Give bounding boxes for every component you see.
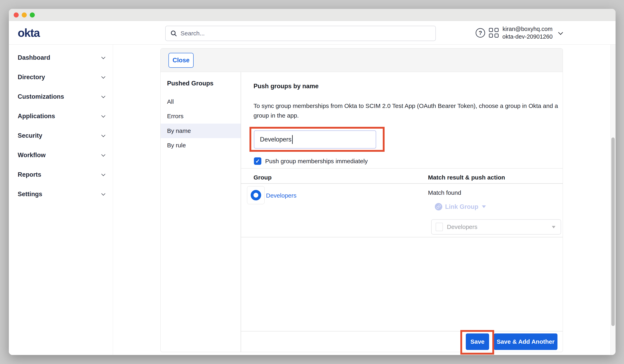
- footer-divider: [241, 331, 563, 332]
- sidebar-item-customizations[interactable]: Customizations: [9, 87, 113, 106]
- group-name-link[interactable]: Developers: [266, 192, 296, 200]
- link-icon: [435, 203, 442, 210]
- match-status: Match found: [428, 189, 461, 197]
- group-name-value: Developers: [260, 136, 291, 143]
- push-immediately-label: Push group memberships immediately: [265, 157, 368, 165]
- okta-group-donut-icon: [251, 190, 261, 200]
- window-titlebar: [9, 9, 616, 21]
- panel-header: Close: [161, 49, 563, 72]
- link-group-dropdown-button[interactable]: Link Group: [435, 203, 486, 210]
- app-header: okta Search... ? kiran@boxyhq.com okta-d…: [9, 21, 616, 45]
- sidebar-item-security[interactable]: Security: [9, 126, 113, 145]
- group-name-input[interactable]: Developers: [254, 130, 376, 149]
- search-placeholder: Search...: [181, 30, 205, 37]
- page-title: Push groups by name: [254, 83, 319, 90]
- apps-grid-icon[interactable]: [489, 28, 498, 38]
- okta-group-icon: [247, 186, 264, 204]
- account-chevron-down-icon[interactable]: [558, 30, 563, 35]
- sidebar-item-settings[interactable]: Settings: [9, 184, 113, 204]
- app-group-select[interactable]: Developers: [431, 219, 561, 234]
- link-group-label: Link Group: [445, 203, 478, 210]
- push-groups-panel: Close Pushed Groups All Errors By name B…: [160, 48, 563, 352]
- sidebar-item-directory[interactable]: Directory: [9, 67, 113, 87]
- chevron-down-icon: [101, 94, 105, 98]
- nav-item-errors[interactable]: Errors: [161, 109, 241, 123]
- chevron-down-icon: [101, 133, 105, 137]
- chevron-down-icon: [101, 75, 105, 78]
- link-group-caret-icon: [482, 206, 486, 208]
- chevron-down-icon: [101, 192, 105, 196]
- close-button[interactable]: Close: [168, 53, 194, 68]
- sidebar-item-applications[interactable]: Applications: [9, 106, 113, 126]
- column-header-match: Match result & push action: [428, 174, 505, 182]
- nav-item-by-name[interactable]: By name: [161, 124, 241, 138]
- sidebar-item-dashboard[interactable]: Dashboard: [9, 48, 113, 67]
- minimize-window-button[interactable]: [22, 12, 27, 18]
- scrollbar-track[interactable]: [610, 45, 616, 355]
- help-icon[interactable]: ?: [476, 28, 485, 38]
- chevron-down-icon: [101, 55, 105, 59]
- app-group-placeholder-icon: [436, 223, 443, 231]
- scrollbar-thumb[interactable]: [611, 137, 615, 326]
- nav-item-by-rule[interactable]: By rule: [161, 138, 241, 153]
- account-menu[interactable]: kiran@boxyhq.com okta-dev-20901260: [501, 25, 554, 40]
- select-caret-icon: [552, 226, 555, 228]
- table-top-divider: [241, 168, 563, 169]
- search-input[interactable]: Search...: [165, 26, 436, 41]
- sidebar-item-reports[interactable]: Reports: [9, 165, 113, 184]
- sidebar: Dashboard Directory Customizations Appli…: [9, 45, 113, 355]
- nav-item-all[interactable]: All: [161, 95, 241, 109]
- fullscreen-window-button[interactable]: [30, 12, 35, 18]
- column-header-group: Group: [254, 174, 272, 182]
- chevron-down-icon: [101, 153, 105, 156]
- table-row-divider: [241, 237, 563, 237]
- sidebar-item-workflow[interactable]: Workflow: [9, 145, 113, 165]
- app-group-value: Developers: [447, 220, 477, 234]
- close-window-button[interactable]: [14, 12, 19, 18]
- save-button[interactable]: Save: [466, 334, 489, 350]
- chevron-down-icon: [101, 114, 105, 118]
- okta-logo: okta: [18, 21, 40, 45]
- save-add-another-button[interactable]: Save & Add Another: [494, 334, 557, 350]
- push-immediately-checkbox[interactable]: [254, 157, 261, 165]
- description-text: To sync group memberships from Okta to S…: [254, 101, 561, 120]
- pushed-groups-title: Pushed Groups: [167, 80, 213, 87]
- chevron-down-icon: [101, 172, 105, 176]
- account-email: kiran@boxyhq.com: [501, 25, 554, 33]
- panel-nav-divider: [241, 72, 241, 352]
- search-icon: [170, 30, 177, 37]
- account-org: okta-dev-20901260: [501, 33, 554, 40]
- table-header-divider: [241, 183, 563, 184]
- text-caret: [292, 135, 293, 144]
- app-window: okta Search... ? kiran@boxyhq.com okta-d…: [9, 9, 616, 355]
